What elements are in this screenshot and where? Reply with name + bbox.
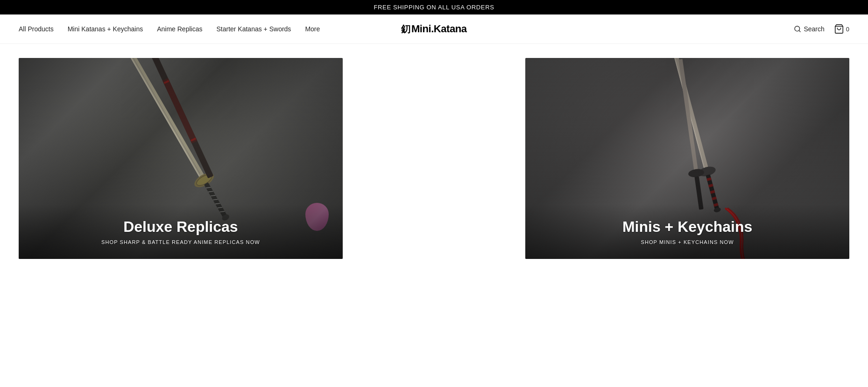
hero-right-title: Minis + Keychains	[539, 218, 835, 236]
nav-all-products[interactable]: All Products	[19, 25, 54, 33]
search-icon	[794, 25, 801, 33]
nav-anime-replicas[interactable]: Anime Replicas	[157, 25, 202, 33]
hero-section: Deluxe Replicas SHOP SHARP & BATTLE READ…	[0, 44, 868, 259]
hero-left-subtitle: SHOP SHARP & BATTLE READY ANIME REPLICAS…	[33, 239, 329, 245]
site-logo[interactable]: 釖Mini.Katana	[401, 23, 466, 36]
cart-icon-wrap	[834, 24, 844, 34]
hero-left-title: Deluxe Replicas	[33, 218, 329, 236]
nav-more[interactable]: More	[305, 25, 320, 33]
nav-starter-katanas[interactable]: Starter Katanas + Swords	[216, 25, 291, 33]
cart-count: 0	[846, 26, 849, 33]
announcement-text: FREE SHIPPING ON ALL USA ORDERS	[374, 4, 494, 11]
nav-mini-katanas[interactable]: Mini Katanas + Keychains	[68, 25, 143, 33]
hero-left-card[interactable]: Deluxe Replicas SHOP SHARP & BATTLE READ…	[19, 58, 343, 259]
svg-line-1	[799, 30, 801, 32]
search-label: Search	[804, 25, 824, 33]
hero-left-overlay: Deluxe Replicas SHOP SHARP & BATTLE READ…	[19, 204, 343, 259]
hero-right-card[interactable]: Minis + Keychains SHOP MINIS + KEYCHAINS…	[525, 58, 849, 259]
cart-icon	[834, 24, 844, 34]
nav-left: All Products Mini Katanas + Keychains An…	[19, 25, 320, 33]
logo-text: Mini.Katana	[411, 23, 467, 35]
logo-kanji: 釖	[401, 24, 410, 34]
cart-button[interactable]: 0	[834, 24, 849, 34]
header: All Products Mini Katanas + Keychains An…	[0, 14, 868, 44]
search-button[interactable]: Search	[794, 25, 824, 33]
announcement-bar: FREE SHIPPING ON ALL USA ORDERS	[0, 0, 868, 14]
hero-right-subtitle: SHOP MINIS + KEYCHAINS NOW	[539, 239, 835, 245]
nav-right: Search 0	[794, 24, 849, 34]
hero-right-overlay: Minis + Keychains SHOP MINIS + KEYCHAINS…	[525, 204, 849, 259]
